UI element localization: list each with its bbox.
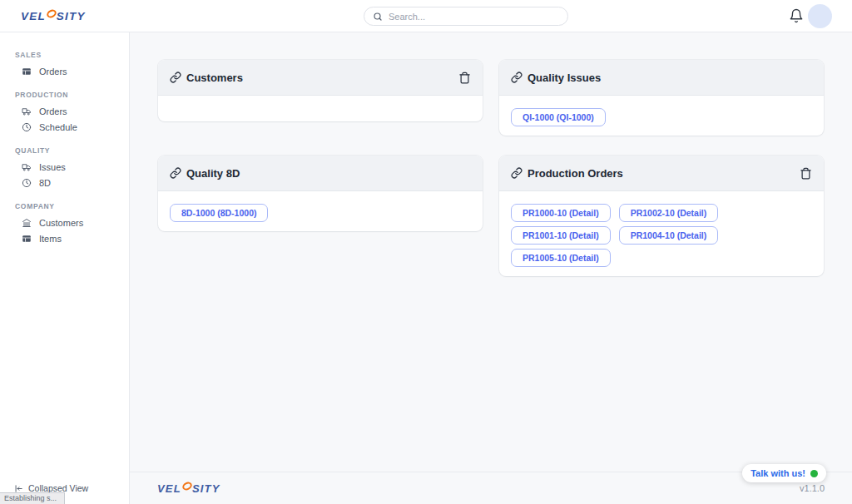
app-header: VELSITY <box>0 0 852 32</box>
sidebar-section-production: PRODUCTION Orders Schedule <box>0 91 129 135</box>
chat-label: Talk with us! <box>750 468 805 478</box>
chip-row: QI-1000 (QI-1000) <box>511 108 812 126</box>
record-chip-pr1000-10[interactable]: PR1000-10 (Detail) <box>511 204 611 222</box>
card-customers: Customers <box>158 60 483 121</box>
footer-brand-logo: VELSITY <box>157 482 220 495</box>
clock-icon <box>22 122 32 132</box>
record-chip-qi-1000[interactable]: QI-1000 (QI-1000) <box>511 108 606 126</box>
card-quality-issues-header: Quality Issues <box>499 60 824 96</box>
link-icon <box>170 167 181 179</box>
card-quality-issues-body: QI-1000 (QI-1000) <box>499 96 824 136</box>
record-chip-8d-1000[interactable]: 8D-1000 (8D-1000) <box>170 204 268 222</box>
main-content: Customers Quality Issues <box>130 32 852 472</box>
link-icon <box>511 167 523 179</box>
invoice-icon <box>22 234 32 244</box>
sidebar-item-label: Issues <box>39 162 66 172</box>
brand-logo[interactable]: VELSITY <box>21 8 86 23</box>
card-quality-issues: Quality Issues QI-1000 (QI-1000) <box>499 60 824 136</box>
global-search <box>364 7 568 26</box>
sidebar-item-sales-orders[interactable]: Orders <box>0 63 129 79</box>
chip-row: 8D-1000 (8D-1000) <box>170 204 471 222</box>
search-icon <box>373 12 383 22</box>
forklift-icon <box>22 106 32 116</box>
sidebar-item-label: Orders <box>39 67 67 77</box>
section-heading-production: PRODUCTION <box>15 91 129 99</box>
brand-logo-pre: VEL <box>157 482 181 495</box>
delete-card-button[interactable] <box>458 72 471 84</box>
card-title: Production Orders <box>528 167 623 180</box>
online-status-dot-icon <box>810 470 818 477</box>
sidebar-item-label: 8D <box>39 178 51 188</box>
sidebar-item-label: Schedule <box>39 122 77 132</box>
sidebar-item-quality-8d[interactable]: 8D <box>0 175 129 190</box>
sidebar-section-sales: SALES Orders <box>0 51 129 79</box>
sidebar-section-quality: QUALITY Issues 8D <box>0 146 129 190</box>
card-production-orders-body: PR1000-10 (Detail) PR1002-10 (Detail) PR… <box>499 191 824 276</box>
sidebar-item-production-schedule[interactable]: Schedule <box>0 119 129 135</box>
card-customers-header: Customers <box>158 60 483 96</box>
card-title: Customers <box>186 72 243 84</box>
user-avatar[interactable] <box>808 4 832 28</box>
card-title: Quality 8D <box>186 167 240 180</box>
brand-logo-post: SITY <box>57 10 86 22</box>
trash-icon <box>800 167 812 180</box>
collapse-left-icon <box>14 484 23 493</box>
record-chip-pr1004-10[interactable]: PR1004-10 (Detail) <box>619 226 719 245</box>
card-customers-body <box>158 96 483 121</box>
record-chip-pr1005-10[interactable]: PR1005-10 (Detail) <box>511 249 611 267</box>
sidebar-item-label: Items <box>39 234 62 244</box>
sidebar-item-label: Customers <box>39 218 83 228</box>
brand-logo-text: VELSITY <box>21 10 86 22</box>
record-chip-pr1001-10[interactable]: PR1001-10 (Detail) <box>511 226 611 245</box>
chat-widget-button[interactable]: Talk with us! <box>742 464 826 482</box>
browser-status-text: Establishing s... <box>0 492 65 504</box>
forklift-icon <box>22 162 32 172</box>
sidebar-item-label: Orders <box>39 106 67 116</box>
section-heading-quality: QUALITY <box>15 146 129 155</box>
card-quality-8d: Quality 8D 8D-1000 (8D-1000) <box>158 156 483 231</box>
card-quality-8d-header: Quality 8D <box>158 156 483 191</box>
chip-row: PR1000-10 (Detail) PR1002-10 (Detail) PR… <box>511 204 812 267</box>
trash-icon <box>458 72 471 84</box>
search-input[interactable] <box>389 12 559 22</box>
link-icon <box>170 72 181 83</box>
sidebar-item-production-orders[interactable]: Orders <box>0 103 129 119</box>
notifications-bell-icon[interactable] <box>789 8 804 23</box>
sidebar: SALES Orders PRODUCTION Orders Schedule <box>0 32 130 504</box>
bank-icon <box>22 218 32 228</box>
section-heading-company: COMPANY <box>15 202 129 210</box>
sidebar-item-company-items[interactable]: Items <box>0 230 129 246</box>
brand-logo-pre: VEL <box>21 10 46 22</box>
sidebar-item-quality-issues[interactable]: Issues <box>0 159 129 175</box>
delete-card-button[interactable] <box>800 167 812 180</box>
section-heading-sales: SALES <box>15 51 129 59</box>
card-production-orders: Production Orders PR1000-10 (Detail) PR1… <box>499 156 824 276</box>
brand-logo-post: SITY <box>192 482 220 495</box>
card-grid: Customers Quality Issues <box>158 60 824 276</box>
sidebar-item-company-customers[interactable]: Customers <box>0 215 129 230</box>
card-title: Quality Issues <box>528 72 601 84</box>
app-version: v1.1.0 <box>800 483 825 493</box>
card-quality-8d-body: 8D-1000 (8D-1000) <box>158 191 483 231</box>
clock-icon <box>22 178 32 188</box>
card-production-orders-header: Production Orders <box>499 156 824 191</box>
sidebar-section-company: COMPANY Customers Items <box>0 202 129 246</box>
invoice-icon <box>22 67 32 77</box>
record-chip-pr1002-10[interactable]: PR1002-10 (Detail) <box>619 204 719 222</box>
link-icon <box>511 72 523 83</box>
